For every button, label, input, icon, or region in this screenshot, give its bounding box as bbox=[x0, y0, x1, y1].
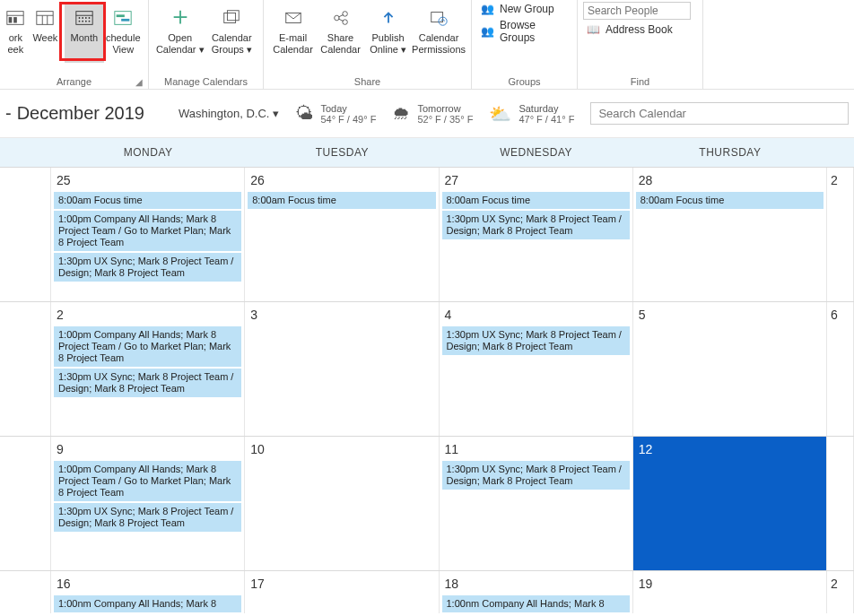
group-browse-icon: 👥 bbox=[481, 25, 494, 38]
ribbon-group-share: E-mail Calendar Share Calendar Publish O… bbox=[264, 0, 472, 89]
svg-point-17 bbox=[88, 21, 90, 22]
manage-group-label: Manage Calendars bbox=[154, 76, 257, 89]
arrange-group-label: Arrange bbox=[57, 76, 92, 87]
calendar-permissions-button[interactable]: Calendar Permissions bbox=[412, 4, 466, 63]
day-cell[interactable]: 258:00am Focus time1:00pm Company All Ha… bbox=[51, 168, 245, 301]
ribbon: ork eek Week Month chedule View Arrange◢… bbox=[0, 0, 854, 90]
svg-point-28 bbox=[342, 20, 347, 25]
calendar-event[interactable]: 8:00am Focus time bbox=[636, 192, 824, 209]
weather-sun-icon: 🌤 bbox=[295, 103, 313, 124]
calendar-event[interactable]: 1:00nm Company All Hands; Mark 8 bbox=[54, 595, 241, 612]
weather-tomorrow[interactable]: 🌧 Tomorrow 52° F / 35° F bbox=[392, 103, 473, 125]
browse-groups-button[interactable]: 👥 Browse Groups bbox=[477, 18, 571, 45]
calendar-event[interactable]: 1:30pm UX Sync; Mark 8 Project Team / De… bbox=[442, 211, 630, 239]
browse-groups-label: Browse Groups bbox=[500, 19, 568, 44]
search-calendar-input[interactable] bbox=[590, 102, 849, 125]
weather-saturday[interactable]: ⛅ Saturday 47° F / 41° F bbox=[489, 103, 574, 125]
calendar-permissions-label: Calendar Permissions bbox=[412, 32, 466, 56]
day-cell[interactable]: 278:00am Focus time1:30pm UX Sync; Mark … bbox=[440, 168, 633, 301]
day-cell[interactable]: 10 bbox=[245, 437, 439, 570]
day-number: 9 bbox=[51, 437, 244, 460]
share-group-label: Share bbox=[269, 76, 466, 89]
day-cell[interactable]: 111:30pm UX Sync; Mark 8 Project Team / … bbox=[440, 437, 633, 570]
upload-icon bbox=[377, 7, 400, 29]
svg-rect-23 bbox=[224, 13, 236, 23]
svg-rect-3 bbox=[14, 17, 18, 22]
row-trail-cell[interactable]: 6 bbox=[827, 302, 854, 436]
weekday-tue: TUESDAY bbox=[245, 138, 439, 167]
open-calendar-label: Open Calendar ▾ bbox=[154, 32, 206, 56]
address-book-icon: 📖 bbox=[587, 23, 600, 36]
weekday-fri-cut bbox=[827, 138, 854, 167]
day-cell[interactable]: 268:00am Focus time bbox=[245, 168, 439, 301]
dropdown-icon: ▾ bbox=[244, 44, 252, 55]
day-cell[interactable]: 3 bbox=[245, 302, 439, 436]
weather-temps: 47° F / 41° F bbox=[518, 114, 574, 125]
calendar-event[interactable]: 8:00am Focus time bbox=[248, 192, 435, 209]
new-group-button[interactable]: 👥 New Group bbox=[477, 2, 558, 16]
calendar-event[interactable]: 1:00pm Company All Hands; Mark 8 Project… bbox=[54, 211, 241, 251]
svg-point-15 bbox=[82, 21, 83, 22]
share-calendar-label: Share Calendar bbox=[317, 32, 364, 56]
share-icon bbox=[329, 7, 353, 29]
calendar-event[interactable]: 1:30pm UX Sync; Mark 8 Project Team / De… bbox=[442, 461, 630, 490]
open-calendar-button[interactable]: Open Calendar ▾ bbox=[154, 4, 206, 63]
row-lead-cell[interactable] bbox=[0, 571, 51, 613]
weekday-header: MONDAY TUESDAY WEDNESDAY THURSDAY bbox=[0, 138, 854, 167]
email-calendar-button[interactable]: E-mail Calendar bbox=[269, 4, 317, 63]
row-trail-cell[interactable] bbox=[827, 437, 854, 570]
find-group-label: Find bbox=[583, 76, 697, 89]
dropdown-icon: ▾ bbox=[196, 44, 205, 55]
row-lead-cell[interactable] bbox=[0, 168, 51, 301]
svg-line-30 bbox=[338, 19, 344, 22]
calendar-event[interactable]: 1:30pm UX Sync; Mark 8 Project Team / De… bbox=[54, 503, 241, 532]
calendar-event[interactable]: 8:00am Focus time bbox=[54, 192, 241, 209]
calendar-workweek-icon bbox=[5, 7, 26, 29]
search-calendar-container bbox=[590, 102, 849, 125]
day-number: 2 bbox=[827, 168, 853, 191]
row-trail-cell[interactable]: 2 bbox=[827, 571, 854, 613]
svg-point-27 bbox=[342, 12, 347, 17]
calendar-month-icon bbox=[73, 7, 96, 29]
calendar-event[interactable]: 1:30pm UX Sync; Mark 8 Project Team / De… bbox=[54, 253, 241, 282]
calendar-event[interactable]: 1:30pm UX Sync; Mark 8 Project Team / De… bbox=[54, 369, 241, 397]
day-cell[interactable]: 19 bbox=[633, 571, 827, 613]
calendar-event[interactable]: 1:00nm Company All Hands; Mark 8 bbox=[442, 595, 630, 612]
day-cell[interactable]: 12 bbox=[633, 437, 827, 570]
day-cell[interactable]: 41:30pm UX Sync; Mark 8 Project Team / D… bbox=[440, 302, 633, 436]
month-button[interactable]: Month bbox=[65, 4, 103, 63]
weather-partly-icon: ⛅ bbox=[489, 103, 511, 125]
arrange-launcher-icon[interactable]: ◢ bbox=[135, 77, 143, 87]
day-cell[interactable]: 5 bbox=[633, 302, 827, 436]
calendar-event[interactable]: 1:00pm Company All Hands; Mark 8 Project… bbox=[54, 461, 241, 501]
day-cell[interactable]: 288:00am Focus time bbox=[633, 168, 827, 301]
day-cell[interactable]: 91:00pm Company All Hands; Mark 8 Projec… bbox=[51, 437, 245, 570]
calendar-event[interactable]: 1:00pm Company All Hands; Mark 8 Project… bbox=[54, 326, 241, 367]
calendar-event[interactable]: 8:00am Focus time bbox=[442, 192, 630, 209]
ribbon-group-find: 📖 Address Book Find bbox=[578, 0, 703, 89]
day-number: 3 bbox=[245, 302, 438, 325]
publish-online-button[interactable]: Publish Online ▾ bbox=[364, 4, 412, 63]
schedule-view-label: chedule View bbox=[104, 32, 143, 56]
calendar-groups-button[interactable]: Calendar Groups ▾ bbox=[206, 4, 258, 63]
calendar-event[interactable]: 1:30pm UX Sync; Mark 8 Project Team / De… bbox=[442, 326, 630, 355]
address-book-button[interactable]: 📖 Address Book bbox=[583, 22, 676, 38]
groups-group-label: Groups bbox=[477, 76, 571, 89]
day-cell[interactable]: 181:00nm Company All Hands; Mark 8 bbox=[440, 571, 633, 613]
row-lead-cell[interactable] bbox=[0, 302, 51, 436]
ribbon-group-manage: Open Calendar ▾ Calendar Groups ▾ Manage… bbox=[149, 0, 264, 89]
weather-today[interactable]: 🌤 Today 54° F / 49° F bbox=[295, 103, 376, 125]
day-cell[interactable]: 21:00pm Company All Hands; Mark 8 Projec… bbox=[51, 302, 245, 436]
day-cell[interactable]: 17 bbox=[245, 571, 439, 613]
day-cell[interactable]: 161:00nm Company All Hands; Mark 8 bbox=[51, 571, 245, 613]
search-people-input[interactable] bbox=[583, 2, 691, 20]
work-week-button[interactable]: ork eek bbox=[5, 4, 26, 63]
location-picker[interactable]: Washington, D.C. ▾ bbox=[179, 107, 279, 120]
calendar-schedule-icon bbox=[111, 7, 135, 29]
share-calendar-button[interactable]: Share Calendar bbox=[317, 4, 364, 63]
row-trail-cell[interactable]: 2 bbox=[827, 168, 854, 301]
week-button[interactable]: Week bbox=[26, 4, 65, 63]
publish-online-label: Publish Online ▾ bbox=[364, 32, 412, 56]
schedule-view-button[interactable]: chedule View bbox=[104, 4, 143, 63]
row-lead-cell[interactable] bbox=[0, 437, 51, 570]
